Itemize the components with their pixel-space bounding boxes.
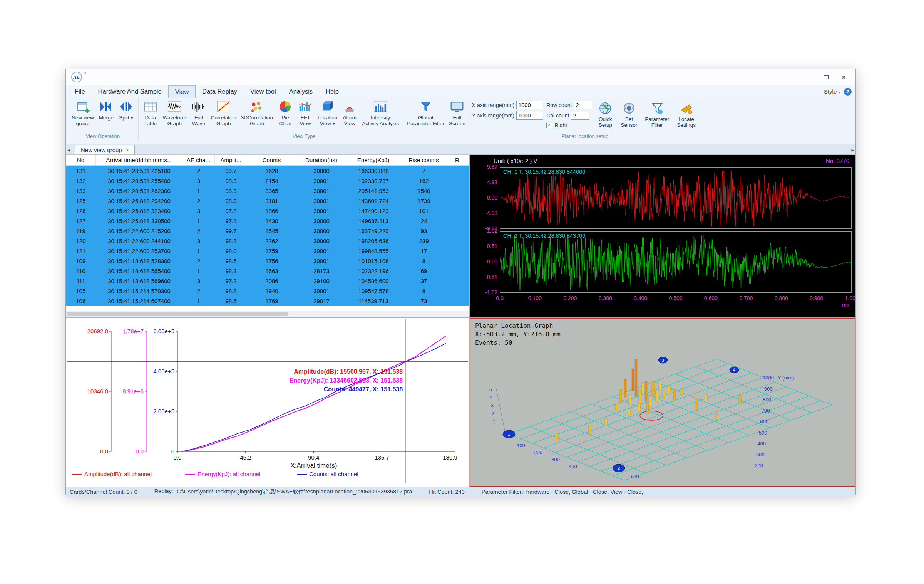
table-cell: 30:15:41:15:214 570300	[96, 286, 182, 296]
table-row[interactable]: 11130:15:41:18:618 569600397.22086291001…	[66, 276, 469, 286]
maximize-button[interactable]	[817, 71, 835, 83]
column-header-energy-kpj[interactable]: Energy(KpJ)	[346, 155, 400, 165]
menu-tab-view[interactable]: View	[168, 85, 196, 98]
column-header-duration-us[interactable]: Duration(us)	[296, 155, 346, 165]
column-header-rise-counts[interactable]: Rise counts	[400, 155, 447, 165]
trend-y-tick: 0	[171, 448, 174, 455]
trend-chart[interactable]: 20692.010346.00.01.78e+78.91e+60.06.00e+…	[66, 318, 469, 485]
event-bar	[695, 398, 697, 410]
column-header-counts[interactable]: Counts	[247, 155, 296, 165]
tab-scroll-left-icon[interactable]: ◂	[67, 147, 70, 153]
table-row[interactable]: 10630:15:41:15:214 607400198.61769290171…	[66, 296, 469, 306]
table-row[interactable]: 12630:15:41:25:818 323400397.81866300011…	[66, 206, 469, 216]
table-row[interactable]: 13230:15:41:28:531 255400398.32154300011…	[66, 176, 469, 186]
input-x-axis-range-mm[interactable]	[516, 101, 543, 109]
ribbon-group-view-type: Data TableWaveform GraphFull WaveCorrela…	[139, 98, 470, 141]
table-row[interactable]: 12730:15:41:25:818 330500197.11430300001…	[66, 216, 469, 226]
ribbon-button-locate-settings[interactable]: Locate Settings	[675, 101, 698, 129]
menu-tab-help[interactable]: Help	[319, 85, 345, 98]
location-view-icon	[320, 99, 335, 115]
column-header-no[interactable]: No	[66, 155, 96, 165]
input-row-count[interactable]	[574, 101, 592, 109]
quick-access-caret-icon[interactable]: ▾	[84, 71, 86, 75]
table-cell: 99.7	[215, 166, 247, 176]
tab-scroll-right-icon[interactable]: ▸	[851, 147, 854, 153]
table-row[interactable]: 12530:15:41:25:818 294200298.93181300011…	[66, 196, 469, 206]
sensor-label-3: 3	[662, 358, 664, 362]
ribbon-button-waveform-graph[interactable]: Waveform Graph	[161, 99, 189, 127]
event-bar	[629, 395, 631, 405]
ribbon-button-merge[interactable]: Merge	[96, 99, 116, 121]
ribbon-button-location-view[interactable]: Location View ▾	[315, 99, 340, 127]
table-row[interactable]: 10930:15:41:18:618 528300298.51756300011…	[66, 256, 469, 266]
style-menu[interactable]: Style ▾	[824, 88, 840, 95]
column-header-ae-cha[interactable]: AE cha...	[182, 155, 215, 165]
ribbon-button-quick-setup[interactable]: Quick Setup	[595, 101, 615, 129]
menu-tab-file[interactable]: File	[68, 85, 92, 98]
planar-location-pane: 1234510020030040060010009008007006005004…	[470, 318, 855, 487]
ribbon-button-3dcorrelation-graph[interactable]: 3DCorrelation Graph	[239, 99, 275, 127]
table-cell: 29100	[296, 276, 346, 286]
table-cell: 69	[400, 266, 447, 276]
column-header-arrival-time-dd-hh-mm-s[interactable]: Arrival time(dd:hh:mm:s...	[96, 155, 182, 165]
ribbon-button-parameter-filter[interactable]: Parameter Filter	[643, 101, 671, 129]
minimize-button[interactable]	[799, 71, 817, 83]
menu-tab-analysis[interactable]: Analysis	[283, 85, 319, 98]
table-row[interactable]: 12030:15:41:22:600 244100398.82262300001…	[66, 236, 469, 246]
ribbon-button-intensity-activity-analysis[interactable]: Intensity Activity Analysis	[360, 99, 401, 127]
planar-location-graph[interactable]: 1234510020030040060010009008007006005004…	[470, 319, 855, 484]
ribbon-button-new-view-group[interactable]: New view group	[69, 99, 96, 127]
input-col-count[interactable]	[571, 111, 589, 120]
ribbon-group-label: View Operation	[69, 133, 136, 141]
table-row[interactable]: 12130:15:41:22:600 253700198.01759300011…	[66, 246, 469, 256]
planar-z-tick: 1	[492, 419, 495, 425]
table-row[interactable]: 10530:15:41:15:214 570300298.81940300011…	[66, 286, 469, 296]
planar-y-tick: 800	[763, 397, 771, 403]
table-row[interactable]: 13330:15:41:28:531 262300198.33365300012…	[66, 186, 469, 196]
tab-close-icon[interactable]: ×	[126, 147, 129, 153]
planar-y-tick: 300	[756, 452, 765, 458]
ribbon-button-label: Split ▾	[119, 115, 133, 121]
table-cell: 28173	[296, 266, 346, 276]
close-button[interactable]: ×	[835, 71, 852, 83]
table-hscrollbar[interactable]	[66, 311, 469, 317]
menu-tab-data-replay[interactable]: Data Replay	[196, 85, 244, 98]
ribbon-button-split[interactable]: Split ▾	[116, 99, 136, 121]
ribbon-button-pie-chart[interactable]: Pie Chart	[275, 99, 295, 127]
table-cell: 2	[182, 256, 215, 266]
table-cell: 8	[400, 256, 447, 266]
table-cell: 110	[66, 266, 96, 276]
column-header-amplit[interactable]: Amplit...	[215, 155, 247, 165]
scrollbar-thumb[interactable]	[67, 312, 288, 316]
ribbon-button-data-table[interactable]: Data Table	[141, 99, 161, 127]
input-y-axis-range-mm[interactable]	[516, 111, 543, 120]
table-cell: 199848.555	[346, 246, 400, 256]
event-bar	[619, 389, 622, 403]
table-row[interactable]: 11030:15:41:18:618 565400198.31663281731…	[66, 266, 469, 276]
ribbon-button-full-wave[interactable]: Full Wave	[189, 99, 209, 127]
help-icon[interactable]: ?	[844, 88, 852, 96]
column-header-r[interactable]: R	[447, 155, 467, 165]
planar-x-tick: 400	[569, 463, 577, 469]
table-cell: 111	[66, 276, 96, 286]
table-cell: 30:15:41:25:818 294200	[96, 196, 182, 206]
table-row[interactable]: 11930:15:41:22:600 215200299.71545300001…	[66, 226, 469, 236]
ribbon-button-global-parameter-filter[interactable]: Global Parameter Filter	[405, 99, 447, 127]
parameter-filter-status: Parameter Filter:: hardware - Close, Glo…	[482, 489, 643, 495]
menu-tab-hardware-and-sample[interactable]: Hardware And Sample	[92, 85, 168, 98]
ribbon-button-set-sensor[interactable]: Set Sensor	[618, 101, 639, 129]
waveform-header: Unit: ( x10e-2 ) V No. 3770	[470, 155, 855, 166]
ribbon-button-full-screen[interactable]: Full Screen	[447, 99, 468, 127]
ribbon-button-correlation-graph[interactable]: Correlation Graph	[209, 99, 239, 127]
split-icon	[119, 99, 134, 115]
ribbon-button-fft-view[interactable]: FFT View	[295, 99, 315, 127]
waveform-y-tick-label: 1.02	[470, 228, 497, 234]
tab-new-view-group[interactable]: New view group ×	[75, 145, 135, 154]
right-checkbox[interactable]: ✓Right	[546, 122, 592, 128]
table-cell: 114539.713	[346, 296, 400, 306]
ribbon-button-alarm-view[interactable]: Alarm View	[340, 99, 360, 127]
table-row[interactable]: 13130:15:41:28:531 225100299.71628300001…	[66, 166, 469, 176]
table-cell: 125	[66, 196, 96, 206]
menu-tab-view-tool[interactable]: View tool	[244, 85, 283, 98]
field-label-col-count: Col count	[546, 112, 569, 119]
